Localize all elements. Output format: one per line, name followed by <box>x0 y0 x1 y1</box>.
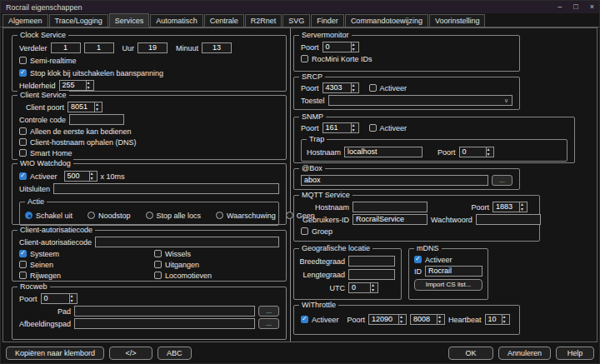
alleen-eerste-checkbox[interactable] <box>19 127 27 135</box>
tab-trace-logging[interactable]: Trace/Logging <box>49 14 108 27</box>
tab-commandotoewijzing[interactable]: Commandotoewijzing <box>345 14 428 27</box>
group-geografische-locatie: Geografische locatie Breedtegraad Lengte… <box>293 248 402 300</box>
ok-button[interactable]: OK <box>448 347 493 360</box>
tab-svg[interactable]: SVG <box>282 14 310 27</box>
minuut-field[interactable]: 13 <box>202 42 232 53</box>
srcp-poort-value: 4303 <box>323 83 351 92</box>
actie-stop-alle-locs-radio[interactable] <box>146 212 153 219</box>
wio-interval-spinner[interactable]: 500 <box>64 171 98 182</box>
gebruikers-id-field[interactable]: RocrailService <box>352 214 428 225</box>
mqtt-hostnaam-field[interactable] <box>352 202 428 212</box>
afbeeldingspad-field[interactable] <box>74 318 255 329</box>
trap-poort-spinner[interactable]: 0 <box>459 147 494 157</box>
group-srcp: SRCP Poort 4303 Activeer Toestel ∨ <box>293 77 520 110</box>
stop-klok-checkbox[interactable] <box>19 69 27 77</box>
helderheid-spinner[interactable]: 255 <box>59 80 94 91</box>
snmp-activeer-checkbox[interactable] <box>369 124 377 132</box>
rocweb-poort-spinner[interactable]: 0 <box>41 293 78 304</box>
rijwegen-checkbox[interactable] <box>19 272 27 279</box>
abox-browse-button[interactable]: ... <box>492 175 512 186</box>
spinner-arrows-icon[interactable] <box>86 81 93 90</box>
withrottle-poort2-spinner[interactable]: 8008 <box>410 314 445 325</box>
tab-services[interactable]: Services <box>109 13 150 27</box>
verdeler-field-2[interactable]: 1 <box>84 42 114 53</box>
client-poort-spinner[interactable]: 8051 <box>68 102 102 112</box>
cancel-button[interactable]: Annuleren <box>498 347 551 360</box>
actie-schakel-uit-radio[interactable] <box>25 212 32 219</box>
actie-geen-radio[interactable] <box>286 212 293 219</box>
trap-title: Trap <box>307 135 327 144</box>
mqtt-poort-spinner[interactable]: 1883 <box>492 202 528 212</box>
spinner-arrows-icon[interactable] <box>351 83 358 92</box>
mqtt-poort-value: 1883 <box>493 202 519 212</box>
srcp-activeer-checkbox[interactable] <box>369 84 377 92</box>
smart-home-checkbox[interactable] <box>19 149 27 157</box>
mqtt-hostnaam-label: Hostnaam <box>301 203 349 212</box>
withrottle-poort-spinner[interactable]: 12090 <box>368 314 407 325</box>
uur-label: Uur <box>122 44 135 52</box>
tab-algemeen[interactable]: Algemeen <box>2 14 48 27</box>
uitgangen-checkbox[interactable] <box>154 261 162 268</box>
wio-activeer-checkbox[interactable] <box>19 172 27 180</box>
abc-button[interactable]: ABC <box>158 347 192 360</box>
pad-field[interactable] <box>74 306 255 317</box>
xml-code-button[interactable]: </> <box>109 347 152 360</box>
maximize-icon[interactable]: □ <box>573 3 578 11</box>
mdns-activeer-checkbox[interactable] <box>414 256 422 263</box>
autorisatiecode-field[interactable] <box>95 237 279 247</box>
actie-noodstop-radio[interactable] <box>88 212 95 219</box>
close-icon[interactable]: × <box>590 3 594 11</box>
tab-r2rnet[interactable]: R2Rnet <box>245 14 282 27</box>
mdns-id-field[interactable]: Rocrail <box>425 266 482 277</box>
copy-to-clipboard-button[interactable]: Kopiëren naar klembord <box>6 347 104 360</box>
spinner-arrows-icon[interactable] <box>398 315 406 324</box>
controle-code-field[interactable] <box>69 114 124 125</box>
tab-finder[interactable]: Finder <box>311 14 344 27</box>
groep-checkbox[interactable] <box>301 227 308 235</box>
actie-waarschuwing-radio[interactable] <box>216 212 223 219</box>
spinner-arrows-icon[interactable] <box>351 123 358 132</box>
trap-hostnaam-field[interactable]: localhost <box>344 147 422 157</box>
spinner-arrows-icon[interactable] <box>69 294 77 303</box>
utc-spinner[interactable]: 0 <box>348 282 378 293</box>
minimize-icon[interactable]: – <box>558 3 562 11</box>
servermonitor-poort-spinner[interactable]: 0 <box>322 42 359 52</box>
spinner-arrows-icon[interactable] <box>519 202 527 212</box>
lengtegraad-field[interactable] <box>348 269 395 280</box>
spinner-arrows-icon[interactable] <box>351 42 358 52</box>
heartbeat-spinner[interactable]: 10 <box>485 314 510 325</box>
withrottle-title: WiThrottle <box>299 301 338 310</box>
spinner-arrows-icon[interactable] <box>89 172 97 181</box>
client-hostnaam-dns-checkbox[interactable] <box>19 138 27 146</box>
snmp-poort-spinner[interactable]: 161 <box>322 122 359 133</box>
spinner-arrows-icon[interactable] <box>486 147 493 157</box>
spinner-arrows-icon[interactable] <box>502 315 509 324</box>
wissels-checkbox[interactable] <box>154 250 162 257</box>
withrottle-activeer-checkbox[interactable] <box>301 316 308 323</box>
abox-field[interactable]: abox <box>301 175 488 186</box>
toestel-dropdown[interactable]: ∨ <box>328 95 512 106</box>
seinen-checkbox[interactable] <box>19 261 27 268</box>
tab-automatisch[interactable]: Automatisch <box>150 14 203 27</box>
verdeler-field-1[interactable]: 1 <box>51 42 81 53</box>
breedtegraad-field[interactable] <box>348 256 395 267</box>
tab-voorinstelling[interactable]: Voorinstelling <box>429 14 486 27</box>
locomotieven-checkbox[interactable] <box>154 272 162 279</box>
systeem-checkbox[interactable] <box>19 250 27 257</box>
import-cs-list-button[interactable]: Import CS list... <box>414 279 482 291</box>
uitsluiten-field[interactable] <box>53 183 279 194</box>
semi-realtime-checkbox[interactable] <box>19 57 27 64</box>
pad-browse-button[interactable]: ... <box>258 306 279 317</box>
rocmini-korte-ids-checkbox[interactable] <box>301 55 308 62</box>
spinner-arrows-icon[interactable] <box>437 315 444 324</box>
spinner-arrows-icon[interactable] <box>370 283 378 292</box>
srcp-poort-spinner[interactable]: 4303 <box>322 82 359 93</box>
mdns-id-label: ID <box>414 267 422 276</box>
help-button[interactable]: Help <box>556 347 594 360</box>
tab-centrale[interactable]: Centrale <box>204 14 244 27</box>
wio-activeer-label: Activeer <box>30 172 58 181</box>
uur-field[interactable]: 19 <box>138 42 168 53</box>
wachtwoord-field[interactable] <box>476 214 541 225</box>
afbeeldingspad-browse-button[interactable]: ... <box>258 318 279 329</box>
spinner-arrows-icon[interactable] <box>94 102 102 112</box>
